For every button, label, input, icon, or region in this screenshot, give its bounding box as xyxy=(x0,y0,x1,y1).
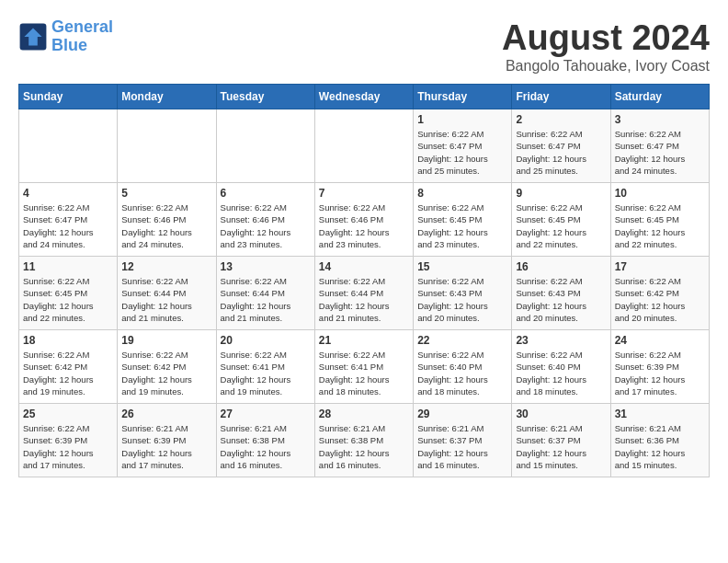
day-info: Sunrise: 6:22 AM Sunset: 6:43 PM Dayligh… xyxy=(417,275,507,324)
calendar-cell: 26Sunrise: 6:21 AM Sunset: 6:39 PM Dayli… xyxy=(118,404,216,477)
weekday-header-sunday: Sunday xyxy=(19,85,118,109)
day-number: 26 xyxy=(121,408,211,420)
calendar-week-5: 25Sunrise: 6:22 AM Sunset: 6:39 PM Dayli… xyxy=(19,404,710,477)
calendar-cell: 24Sunrise: 6:22 AM Sunset: 6:39 PM Dayli… xyxy=(610,330,709,404)
calendar-cell: 27Sunrise: 6:21 AM Sunset: 6:38 PM Dayli… xyxy=(216,404,314,477)
day-number: 10 xyxy=(615,187,705,200)
day-info: Sunrise: 6:22 AM Sunset: 6:45 PM Dayligh… xyxy=(417,201,507,250)
calendar-week-3: 11Sunrise: 6:22 AM Sunset: 6:45 PM Dayli… xyxy=(19,257,710,330)
day-number: 1 xyxy=(417,113,507,126)
day-number: 12 xyxy=(121,260,211,273)
calendar-cell: 25Sunrise: 6:22 AM Sunset: 6:39 PM Dayli… xyxy=(19,404,118,477)
calendar-cell: 21Sunrise: 6:22 AM Sunset: 6:41 PM Dayli… xyxy=(314,330,413,404)
day-number: 2 xyxy=(516,113,606,126)
day-info: Sunrise: 6:22 AM Sunset: 6:47 PM Dayligh… xyxy=(417,128,507,177)
day-number: 15 xyxy=(417,260,507,273)
day-info: Sunrise: 6:22 AM Sunset: 6:43 PM Dayligh… xyxy=(516,275,606,324)
weekday-header-saturday: Saturday xyxy=(610,85,709,109)
day-info: Sunrise: 6:22 AM Sunset: 6:45 PM Dayligh… xyxy=(516,201,606,250)
calendar-cell: 2Sunrise: 6:22 AM Sunset: 6:47 PM Daylig… xyxy=(512,109,610,183)
day-info: Sunrise: 6:21 AM Sunset: 6:37 PM Dayligh… xyxy=(516,422,606,471)
calendar-cell: 5Sunrise: 6:22 AM Sunset: 6:46 PM Daylig… xyxy=(118,183,216,257)
calendar-cell: 1Sunrise: 6:22 AM Sunset: 6:47 PM Daylig… xyxy=(414,109,512,183)
day-number: 11 xyxy=(23,260,113,273)
calendar-cell: 15Sunrise: 6:22 AM Sunset: 6:43 PM Dayli… xyxy=(414,257,512,330)
day-info: Sunrise: 6:22 AM Sunset: 6:45 PM Dayligh… xyxy=(615,201,705,250)
day-number: 8 xyxy=(417,187,507,200)
calendar-cell: 4Sunrise: 6:22 AM Sunset: 6:47 PM Daylig… xyxy=(19,183,118,257)
day-number: 3 xyxy=(615,113,705,126)
day-info: Sunrise: 6:22 AM Sunset: 6:42 PM Dayligh… xyxy=(121,349,211,397)
day-number: 25 xyxy=(23,408,113,420)
month-title: August 2024 xyxy=(502,18,710,58)
day-number: 20 xyxy=(221,334,311,347)
day-info: Sunrise: 6:22 AM Sunset: 6:46 PM Dayligh… xyxy=(319,201,409,250)
day-number: 17 xyxy=(615,260,705,273)
day-number: 4 xyxy=(23,187,113,200)
calendar-cell: 17Sunrise: 6:22 AM Sunset: 6:42 PM Dayli… xyxy=(610,257,709,330)
calendar-cell: 6Sunrise: 6:22 AM Sunset: 6:46 PM Daylig… xyxy=(216,183,314,257)
day-info: Sunrise: 6:22 AM Sunset: 6:39 PM Dayligh… xyxy=(615,349,705,397)
day-number: 30 xyxy=(516,408,606,420)
day-number: 21 xyxy=(319,334,409,347)
day-number: 16 xyxy=(516,260,606,273)
day-number: 22 xyxy=(417,334,507,347)
day-info: Sunrise: 6:22 AM Sunset: 6:42 PM Dayligh… xyxy=(615,275,705,324)
calendar-cell: 13Sunrise: 6:22 AM Sunset: 6:44 PM Dayli… xyxy=(216,257,314,330)
day-number: 7 xyxy=(319,187,409,200)
day-number: 5 xyxy=(121,187,211,200)
day-number: 13 xyxy=(221,260,311,273)
logo-text: General Blue xyxy=(51,18,113,55)
day-info: Sunrise: 6:22 AM Sunset: 6:44 PM Dayligh… xyxy=(319,275,409,324)
weekday-header-thursday: Thursday xyxy=(414,85,512,109)
day-number: 27 xyxy=(221,408,311,420)
day-number: 6 xyxy=(221,187,311,200)
calendar-cell: 14Sunrise: 6:22 AM Sunset: 6:44 PM Dayli… xyxy=(314,257,413,330)
calendar-cell: 30Sunrise: 6:21 AM Sunset: 6:37 PM Dayli… xyxy=(512,404,610,477)
weekday-header-row: SundayMondayTuesdayWednesdayThursdayFrid… xyxy=(19,85,710,109)
calendar-week-1: 1Sunrise: 6:22 AM Sunset: 6:47 PM Daylig… xyxy=(19,109,710,183)
location-subtitle: Bangolo Tahouake, Ivory Coast xyxy=(502,58,710,75)
day-number: 29 xyxy=(417,408,507,420)
day-info: Sunrise: 6:22 AM Sunset: 6:41 PM Dayligh… xyxy=(319,349,409,397)
calendar-cell: 8Sunrise: 6:22 AM Sunset: 6:45 PM Daylig… xyxy=(414,183,512,257)
day-info: Sunrise: 6:21 AM Sunset: 6:38 PM Dayligh… xyxy=(319,422,409,471)
day-number: 28 xyxy=(319,408,409,420)
calendar-cell: 19Sunrise: 6:22 AM Sunset: 6:42 PM Dayli… xyxy=(118,330,216,404)
title-block: August 2024 Bangolo Tahouake, Ivory Coas… xyxy=(502,18,710,75)
calendar-cell: 23Sunrise: 6:22 AM Sunset: 6:40 PM Dayli… xyxy=(512,330,610,404)
day-number: 19 xyxy=(121,334,211,347)
calendar-cell: 9Sunrise: 6:22 AM Sunset: 6:45 PM Daylig… xyxy=(512,183,610,257)
weekday-header-friday: Friday xyxy=(512,85,610,109)
day-info: Sunrise: 6:22 AM Sunset: 6:47 PM Dayligh… xyxy=(516,128,606,177)
calendar-cell xyxy=(216,109,314,183)
day-info: Sunrise: 6:22 AM Sunset: 6:47 PM Dayligh… xyxy=(615,128,705,177)
day-info: Sunrise: 6:22 AM Sunset: 6:44 PM Dayligh… xyxy=(221,275,311,324)
calendar-cell: 10Sunrise: 6:22 AM Sunset: 6:45 PM Dayli… xyxy=(610,183,709,257)
day-info: Sunrise: 6:22 AM Sunset: 6:47 PM Dayligh… xyxy=(23,201,113,250)
day-info: Sunrise: 6:22 AM Sunset: 6:40 PM Dayligh… xyxy=(417,349,507,397)
day-number: 18 xyxy=(23,334,113,347)
calendar-cell: 28Sunrise: 6:21 AM Sunset: 6:38 PM Dayli… xyxy=(314,404,413,477)
day-number: 24 xyxy=(615,334,705,347)
day-number: 31 xyxy=(615,408,705,420)
day-info: Sunrise: 6:22 AM Sunset: 6:40 PM Dayligh… xyxy=(516,349,606,397)
day-info: Sunrise: 6:21 AM Sunset: 6:38 PM Dayligh… xyxy=(221,422,311,471)
calendar-cell xyxy=(19,109,118,183)
calendar-cell: 29Sunrise: 6:21 AM Sunset: 6:37 PM Dayli… xyxy=(414,404,512,477)
day-info: Sunrise: 6:21 AM Sunset: 6:37 PM Dayligh… xyxy=(417,422,507,471)
weekday-header-wednesday: Wednesday xyxy=(314,85,413,109)
calendar-cell: 12Sunrise: 6:22 AM Sunset: 6:44 PM Dayli… xyxy=(118,257,216,330)
calendar-cell xyxy=(314,109,413,183)
calendar-week-2: 4Sunrise: 6:22 AM Sunset: 6:47 PM Daylig… xyxy=(19,183,710,257)
day-number: 23 xyxy=(516,334,606,347)
day-number: 9 xyxy=(516,187,606,200)
calendar-table: SundayMondayTuesdayWednesdayThursdayFrid… xyxy=(18,84,710,477)
calendar-cell: 18Sunrise: 6:22 AM Sunset: 6:42 PM Dayli… xyxy=(19,330,118,404)
calendar-cell: 20Sunrise: 6:22 AM Sunset: 6:41 PM Dayli… xyxy=(216,330,314,404)
calendar-cell: 7Sunrise: 6:22 AM Sunset: 6:46 PM Daylig… xyxy=(314,183,413,257)
logo: General Blue xyxy=(18,18,113,55)
day-info: Sunrise: 6:21 AM Sunset: 6:39 PM Dayligh… xyxy=(121,422,211,471)
calendar-week-4: 18Sunrise: 6:22 AM Sunset: 6:42 PM Dayli… xyxy=(19,330,710,404)
day-info: Sunrise: 6:22 AM Sunset: 6:45 PM Dayligh… xyxy=(23,275,113,324)
